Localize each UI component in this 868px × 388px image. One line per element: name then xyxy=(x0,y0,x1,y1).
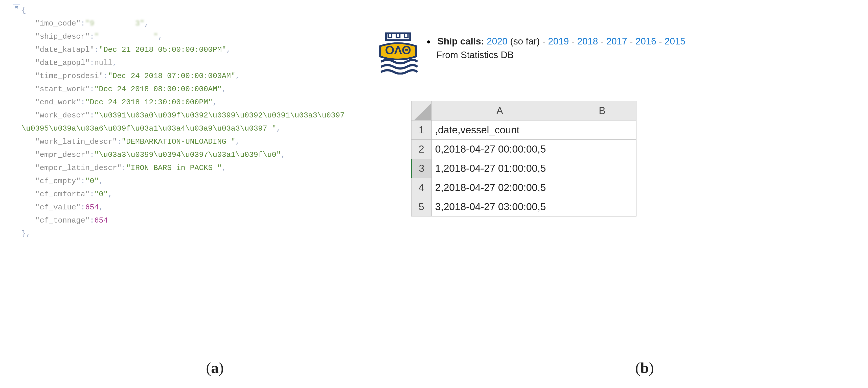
cell[interactable] xyxy=(568,140,636,159)
cell[interactable] xyxy=(568,178,636,197)
subfigure-label-a: (a) xyxy=(0,359,430,377)
cell[interactable] xyxy=(568,121,636,140)
svg-text:ΟΛΘ: ΟΛΘ xyxy=(385,43,411,57)
bullet-icon xyxy=(427,40,430,43)
table-row[interactable]: 31,2018-04-27 01:00:00,5 xyxy=(411,159,636,178)
cell[interactable]: 2,2018-04-27 02:00:00,5 xyxy=(431,178,568,197)
json-code-block: ⊟ { "imo_code":"9 3", "ship_descr":" ", … xyxy=(8,3,344,331)
cell[interactable]: 3,2018-04-27 03:00:00,5 xyxy=(431,197,568,217)
year-link-2015[interactable]: 2015 xyxy=(664,36,685,46)
row-header[interactable]: 4 xyxy=(411,178,431,197)
year-link-2017[interactable]: 2017 xyxy=(607,36,627,46)
port-logo: ΟΛΘ xyxy=(377,32,420,74)
year-link-2016[interactable]: 2016 xyxy=(636,36,656,46)
column-header-b[interactable]: B xyxy=(568,101,636,121)
subfigure-label-b: (b) xyxy=(430,359,859,377)
ship-calls-label: Ship calls: xyxy=(437,36,484,46)
row-header[interactable]: 2 xyxy=(411,140,431,159)
year-link-2020[interactable]: 2020 xyxy=(487,36,507,46)
row-header[interactable]: 3 xyxy=(411,159,431,178)
cell[interactable]: 1,2018-04-27 01:00:00,5 xyxy=(431,159,568,178)
table-row[interactable]: 53,2018-04-27 03:00:00,5 xyxy=(411,197,636,217)
spreadsheet: A B 1,date,vessel_count20,2018-04-27 00:… xyxy=(411,101,637,217)
collapse-toggle-icon[interactable]: ⊟ xyxy=(13,5,20,12)
select-all-corner[interactable] xyxy=(411,101,431,121)
row-header[interactable]: 5 xyxy=(411,197,431,217)
source-label: From Statistics DB xyxy=(436,50,514,60)
table-row[interactable]: 42,2018-04-27 02:00:00,5 xyxy=(411,178,636,197)
year-link-2018[interactable]: 2018 xyxy=(577,36,598,46)
svg-rect-2 xyxy=(396,33,400,38)
ship-calls-line: Ship calls: 2020 (so far) - 2019 - 2018 … xyxy=(427,36,847,47)
cell[interactable] xyxy=(568,159,636,178)
svg-rect-3 xyxy=(405,33,408,38)
svg-marker-5 xyxy=(414,103,431,120)
table-row[interactable]: 1,date,vessel_count xyxy=(411,121,636,140)
cell[interactable]: 0,2018-04-27 00:00:00,5 xyxy=(431,140,568,159)
cell[interactable]: ,date,vessel_count xyxy=(431,121,568,140)
row-header[interactable]: 1 xyxy=(411,121,431,140)
year-link-2019[interactable]: 2019 xyxy=(548,36,569,46)
column-header-a[interactable]: A xyxy=(431,101,568,121)
cell[interactable] xyxy=(568,197,636,217)
table-row[interactable]: 20,2018-04-27 00:00:00,5 xyxy=(411,140,636,159)
svg-rect-1 xyxy=(388,33,392,38)
